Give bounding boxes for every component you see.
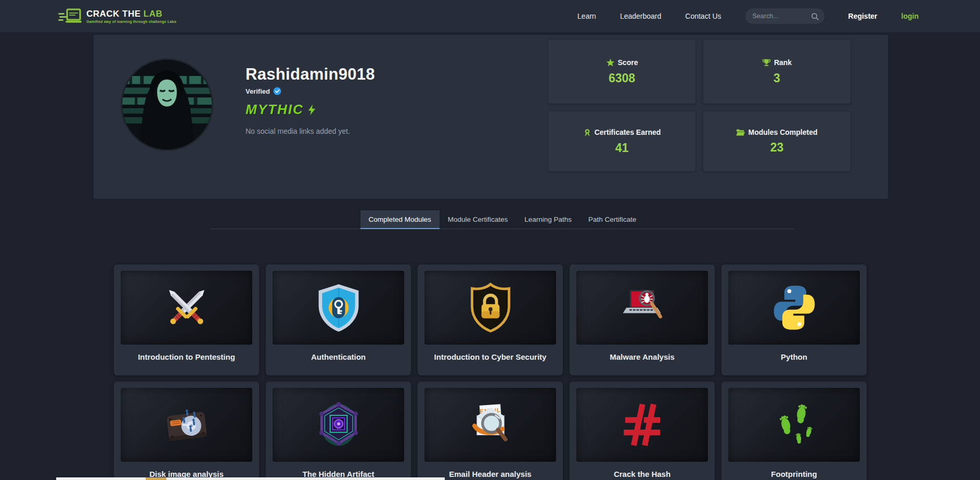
module-tile <box>728 271 860 345</box>
blue-shield-keyhole-icon <box>314 283 364 333</box>
stats-grid: Score 6308 Rank 3 <box>548 40 850 171</box>
module-tile <box>424 271 556 345</box>
gold-shield-padlock-icon <box>466 283 515 333</box>
stat-label: Certificates Earned <box>595 128 661 136</box>
brand-logo[interactable]: CRACK THE LAB Gamified way of learning t… <box>58 8 176 24</box>
lightning-bolt-icon <box>308 104 316 116</box>
module-card[interactable]: Introduction to Pentesting <box>114 264 259 375</box>
module-label: Python <box>728 352 860 361</box>
social-note: No social media links added yet. <box>246 127 375 135</box>
module-tile: EMAIL <box>424 388 556 462</box>
module-tile <box>576 388 708 462</box>
mystic-emblem-icon <box>314 400 364 450</box>
module-label: Introduction to Cyber Security <box>424 352 556 361</box>
module-label: Malware Analysis <box>576 352 708 361</box>
login-button[interactable]: login <box>901 12 919 20</box>
module-tile <box>576 271 708 345</box>
verified-badge-icon <box>273 87 281 95</box>
module-tile <box>728 388 860 462</box>
register-button[interactable]: Register <box>848 12 878 20</box>
module-card[interactable]: Disk image analysis <box>114 382 259 480</box>
rank-card: Rank 3 <box>703 40 850 104</box>
bottom-cutoff-gold-fragment <box>146 477 166 480</box>
module-tile <box>121 388 252 462</box>
tab-completed-modules[interactable]: Completed Modules <box>360 210 440 229</box>
module-card[interactable]: Authentication <box>266 264 411 375</box>
module-card[interactable]: EMAIL Email Header analysis <box>418 382 563 480</box>
module-label: Crack the Hash <box>576 470 708 478</box>
python-logo-icon <box>769 283 819 333</box>
email-magnifier-icon: EMAIL <box>465 400 517 450</box>
navbar: CRACK THE LAB Gamified way of learning t… <box>0 0 980 32</box>
module-tile <box>121 271 252 345</box>
module-tile <box>273 388 404 462</box>
tab-module-certificates[interactable]: Module Certificates <box>440 210 517 229</box>
module-card[interactable]: Introduction to Cyber Security <box>418 264 563 375</box>
nav-link-learn[interactable]: Learn <box>577 12 596 20</box>
crossed-swords-icon <box>161 282 213 334</box>
module-tile <box>273 271 404 345</box>
module-label: Footprinting <box>728 470 860 478</box>
stat-value: 41 <box>615 141 629 155</box>
folder-icon <box>736 129 745 136</box>
stat-value: 3 <box>773 71 780 85</box>
green-footprints-icon <box>769 400 819 450</box>
star-icon <box>606 58 615 67</box>
nav-link-leaderboard[interactable]: Leaderboard <box>620 12 661 20</box>
stat-value: 23 <box>770 141 784 155</box>
search-input[interactable] <box>753 12 810 20</box>
trophy-icon <box>762 58 771 67</box>
tab-path-certificate[interactable]: Path Certificate <box>580 210 644 229</box>
username: Rashidamin9018 <box>246 65 375 84</box>
laptop-bug-magnifier-icon <box>616 283 668 333</box>
module-label: Introduction to Pentesting <box>121 352 252 361</box>
medal-icon <box>583 128 591 137</box>
module-label: Authentication <box>273 352 404 361</box>
avatar <box>122 60 212 149</box>
laptop-speed-icon <box>58 8 82 24</box>
search-box[interactable] <box>745 8 824 24</box>
red-hash-icon <box>618 400 666 450</box>
score-card: Score 6308 <box>548 40 695 104</box>
bottom-cutoff-strip <box>56 477 445 480</box>
module-card[interactable]: Footprinting <box>721 382 867 480</box>
module-card[interactable]: Crack the Hash <box>570 382 715 480</box>
stat-label: Rank <box>774 58 792 67</box>
profile-tabs: Completed Modules Module Certificates Le… <box>211 210 794 229</box>
stat-value: 6308 <box>609 71 635 85</box>
tier-badge: MYTHIC <box>246 102 375 118</box>
search-icon[interactable] <box>810 12 819 21</box>
tab-learning-paths[interactable]: Learning Paths <box>516 210 580 229</box>
module-card[interactable]: Python <box>721 264 867 375</box>
tier-label: MYTHIC <box>246 102 304 118</box>
nav-link-contact-us[interactable]: Contact Us <box>685 12 721 20</box>
brand-title: CRACK THE LAB <box>86 9 176 18</box>
hard-drive-icon <box>160 400 214 450</box>
stat-label: Modules Completed <box>748 128 817 136</box>
verified-label: Verified <box>246 87 270 95</box>
brand-tagline: Gamified way of learning through challen… <box>86 20 176 23</box>
module-card[interactable]: Malware Analysis <box>570 264 715 375</box>
certificates-card: Certificates Earned 41 <box>548 111 695 171</box>
modules-grid: Introduction to Pentesting Authenticatio… <box>114 264 867 480</box>
modules-card: Modules Completed 23 <box>703 111 850 171</box>
stat-label: Score <box>618 58 638 67</box>
module-card[interactable]: The Hidden Artifact <box>266 382 411 480</box>
